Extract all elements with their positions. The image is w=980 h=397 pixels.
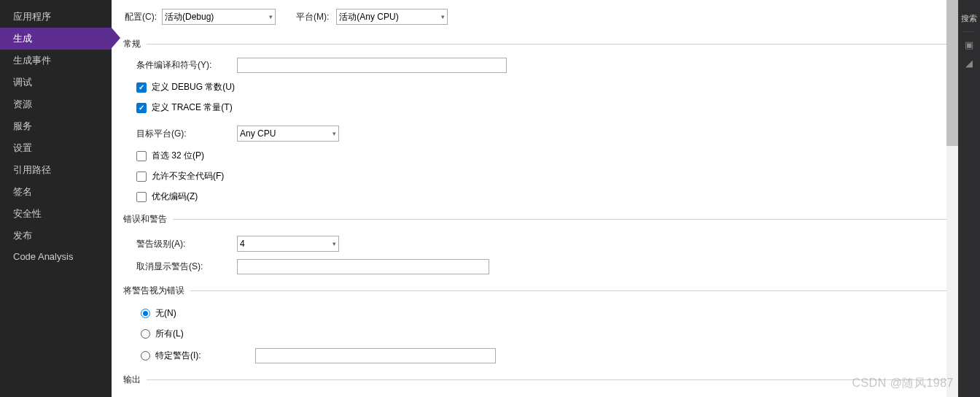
content-area: 配置(C): 活动(Debug) ▾ 平台(M): 活动(Any CPU) ▾ … <box>112 0 958 397</box>
treat-specific-radio[interactable] <box>141 351 150 361</box>
sidebar: 应用程序 生成 生成事件 调试 资源 服务 设置 引用路径 签名 安全性 发布 … <box>0 0 112 397</box>
group-errors-warnings: 错误和警告 <box>123 213 958 226</box>
treat-specific-label: 特定警告(I): <box>155 350 215 362</box>
target-platform-label: 目标平台(G): <box>136 128 237 140</box>
define-debug-checkbox[interactable]: ✓ <box>136 82 147 93</box>
sidebar-item-settings[interactable]: 设置 <box>0 137 112 159</box>
prefer-32bit-checkbox[interactable] <box>136 151 147 161</box>
target-platform-dropdown[interactable]: Any CPU ▾ <box>237 126 339 142</box>
sidebar-item-resources[interactable]: 资源 <box>0 93 112 115</box>
watermark: CSDN @随风1987 <box>852 376 954 391</box>
treat-none-radio[interactable] <box>141 309 150 318</box>
chart-icon[interactable]: ◢ <box>965 58 973 69</box>
sidebar-item-application[interactable]: 应用程序 <box>0 6 112 28</box>
config-label: 配置(C): <box>125 11 158 23</box>
treat-all-radio[interactable] <box>141 329 150 339</box>
chevron-down-icon: ▾ <box>269 13 273 20</box>
allow-unsafe-checkbox[interactable] <box>136 171 147 182</box>
conditional-compilation-label: 条件编译和符号(Y): <box>136 59 237 72</box>
sidebar-item-debug[interactable]: 调试 <box>0 72 112 93</box>
treat-none-label: 无(N) <box>155 307 176 320</box>
sidebar-item-build[interactable]: 生成 <box>0 28 112 50</box>
define-trace-label: 定义 TRACE 常量(T) <box>152 101 233 114</box>
suppress-warnings-label: 取消显示警告(S): <box>136 261 237 273</box>
config-platform-row: 配置(C): 活动(Debug) ▾ 平台(M): 活动(Any CPU) ▾ <box>112 0 958 32</box>
group-output: 输出 <box>123 374 958 386</box>
prefer-32bit-label: 首选 32 位(P) <box>152 150 204 162</box>
scrollbar-thumb[interactable] <box>946 0 958 146</box>
treat-all-label: 所有(L) <box>155 328 184 340</box>
right-search-label[interactable]: 搜索 <box>961 13 977 24</box>
vertical-scrollbar[interactable] <box>946 0 958 397</box>
panel-icon[interactable]: ▣ <box>965 39 973 50</box>
treat-specific-input[interactable] <box>255 348 496 363</box>
platform-label: 平台(M): <box>296 11 330 23</box>
suppress-warnings-input[interactable] <box>237 259 489 274</box>
sidebar-item-build-events[interactable]: 生成事件 <box>0 50 112 72</box>
sidebar-item-security[interactable]: 安全性 <box>0 203 112 225</box>
define-debug-label: 定义 DEBUG 常数(U) <box>152 81 235 93</box>
warning-level-label: 警告级别(A): <box>136 238 237 250</box>
chevron-down-icon: ▾ <box>332 240 336 247</box>
optimize-checkbox[interactable] <box>136 192 147 202</box>
right-dock: 搜索 ▣ ◢ <box>958 0 980 397</box>
warning-level-value: 4 <box>240 239 245 249</box>
sidebar-item-services[interactable]: 服务 <box>0 115 112 137</box>
sidebar-item-signing[interactable]: 签名 <box>0 181 112 203</box>
allow-unsafe-label: 允许不安全代码(F) <box>152 170 224 182</box>
sidebar-item-reference-paths[interactable]: 引用路径 <box>0 159 112 181</box>
chevron-down-icon: ▾ <box>441 13 445 20</box>
warning-level-dropdown[interactable]: 4 ▾ <box>237 236 339 252</box>
optimize-label: 优化编码(Z) <box>152 190 198 203</box>
group-general: 常规 <box>123 38 958 50</box>
config-dropdown[interactable]: 活动(Debug) ▾ <box>162 9 276 25</box>
platform-value: 活动(Any CPU) <box>339 11 398 23</box>
sidebar-item-publish[interactable]: 发布 <box>0 225 112 247</box>
config-value: 活动(Debug) <box>165 11 214 23</box>
conditional-compilation-input[interactable] <box>237 58 507 73</box>
define-trace-checkbox[interactable]: ✓ <box>136 103 147 113</box>
chevron-down-icon: ▾ <box>332 130 336 137</box>
sidebar-item-code-analysis[interactable]: Code Analysis <box>0 247 112 266</box>
group-treat-warnings: 将警告视为错误 <box>123 285 958 297</box>
target-platform-value: Any CPU <box>240 128 276 139</box>
platform-dropdown[interactable]: 活动(Any CPU) ▾ <box>336 9 448 25</box>
